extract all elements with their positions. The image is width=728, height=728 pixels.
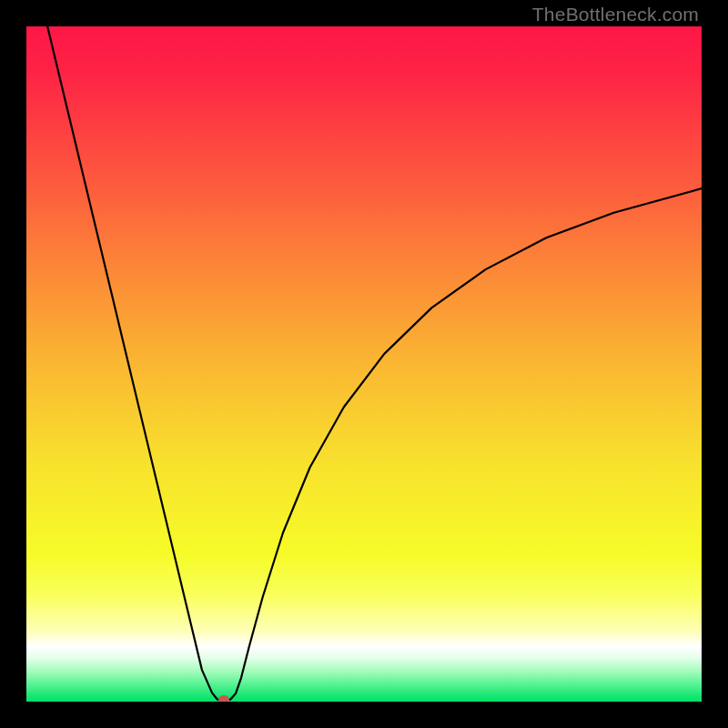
- plot-area: [26, 26, 702, 702]
- optimal-point-marker: [218, 695, 229, 702]
- watermark-text: TheBottleneck.com: [532, 4, 699, 25]
- chart-frame: TheBottleneck.com: [0, 0, 728, 728]
- bottleneck-curve: [26, 26, 702, 702]
